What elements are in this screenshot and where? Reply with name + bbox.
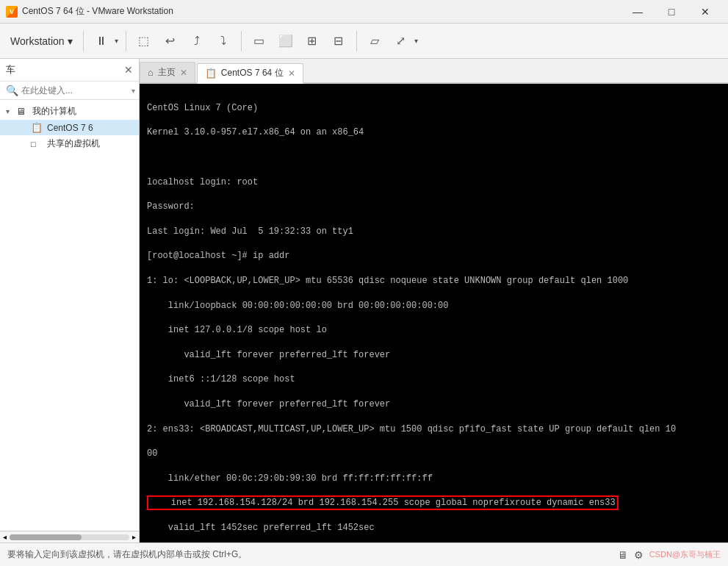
- sidebar-search-bar: 🔍 ▾: [0, 82, 139, 100]
- workstation-label: Workstation: [10, 35, 65, 47]
- home-tab-icon: ⌂: [148, 67, 154, 78]
- tree-arrow-my-computer: ▾: [6, 107, 16, 115]
- maximize-button[interactable]: □: [655, 0, 688, 24]
- snapshot-button[interactable]: ↩: [159, 29, 182, 53]
- vmware-logo: V: [6, 6, 18, 18]
- tree-item-shared-vms[interactable]: □ 共享的虚拟机: [0, 135, 139, 152]
- status-text: 要将输入定向到该虚拟机，请在虚拟机内部单击或按 Ctrl+G。: [7, 548, 618, 561]
- extend-view-button[interactable]: ⤢: [389, 29, 413, 53]
- sidebar-tree: ▾ 🖥 我的计算机 📋 CentOS 7 6 □ 共享的虚拟机: [0, 100, 139, 531]
- sidebar-title: 车: [6, 63, 15, 76]
- normal-view-button[interactable]: ▭: [248, 29, 271, 53]
- terminal-line-7: [root@localhost ~]# ip addr: [147, 250, 721, 262]
- search-input[interactable]: [21, 85, 131, 96]
- terminal-line-9: link/loopback 00:00:00:00:00:00 brd 00:0…: [147, 300, 721, 312]
- share-button[interactable]: ⤵: [212, 29, 235, 53]
- terminal-line-15: 00: [147, 448, 721, 460]
- terminal-line-14: 2: ens33: <BROADCAST,MULTICAST,UP,LOWER_…: [147, 423, 721, 436]
- workstation-dropdown-arrow: ▾: [68, 35, 73, 47]
- view-group: ⤢ ▾: [389, 29, 419, 53]
- computer-icon: 🖥: [16, 106, 29, 117]
- tree-item-centos7[interactable]: 📋 CentOS 7 6: [0, 120, 139, 135]
- my-computer-label: 我的计算机: [32, 105, 76, 118]
- home-tab-label: 主页: [158, 66, 176, 79]
- pause-button[interactable]: ⏸: [90, 29, 113, 53]
- virtual-network-button[interactable]: ⬚: [132, 29, 156, 53]
- terminal-line-10: inet 127.0.0.1/8 scope host lo: [147, 324, 721, 337]
- sidebar-close-button[interactable]: ✕: [124, 64, 133, 76]
- centos7-tab-label: CentOS 7 64 位: [221, 67, 284, 79]
- tab-centos7[interactable]: 📋 CentOS 7 64 位 ✕: [197, 63, 303, 84]
- pause-dropdown-arrow[interactable]: ▾: [113, 34, 120, 48]
- main-layout: 车 ✕ 🔍 ▾ ▾ 🖥 我的计算机 📋 CentOS 7 6: [0, 59, 728, 542]
- status-bar: 要将输入定向到该虚拟机，请在虚拟机内部单击或按 Ctrl+G。 🖥 ⚙ CSDN…: [0, 542, 728, 566]
- shared-vm-icon: □: [31, 140, 44, 148]
- search-icon: 🔍: [6, 85, 18, 96]
- sidebar: 车 ✕ 🔍 ▾ ▾ 🖥 我的计算机 📋 CentOS 7 6: [0, 59, 140, 542]
- toolbar-separator-3: [241, 31, 242, 51]
- snapshot-manager-button[interactable]: ⤴: [185, 29, 209, 53]
- home-tab-close[interactable]: ✕: [180, 68, 187, 78]
- toolbar-separator-1: [83, 31, 84, 51]
- centos7-label: CentOS 7 6: [47, 123, 93, 133]
- terminal-line-6: Last login: Wed Jul 5 19:32:33 on tty1: [147, 226, 721, 238]
- hscroll-thumb: [10, 534, 82, 540]
- terminal-line-16: link/ether 00:0c:29:0b:99:30 brd ff:ff:f…: [147, 473, 721, 485]
- console-button[interactable]: ▱: [363, 29, 386, 53]
- shared-vm-label: 共享的虚拟机: [47, 137, 100, 150]
- hscroll-right-arrow[interactable]: ▸: [132, 533, 136, 541]
- unity-button[interactable]: ⊞: [300, 29, 324, 53]
- terminal-line-11: valid_lft forever preferred_lft forever: [147, 349, 721, 362]
- settings-status-icon: ⚙: [634, 549, 644, 561]
- pause-group: ⏸ ▾: [90, 29, 120, 53]
- hscroll-track[interactable]: [10, 534, 129, 540]
- status-icons: 🖥 ⚙ CSDN@东哥与楠王: [618, 549, 721, 561]
- watermark-text: CSDN@东哥与楠王: [649, 549, 721, 560]
- terminal-line-2: Kernel 3.10.0-957.el7.x86_64 on an x86_6…: [147, 126, 721, 139]
- terminal-line-5: Password:: [147, 201, 721, 213]
- toolbar-separator-4: [356, 31, 357, 51]
- highlight-inet-line: inet 192.168.154.128/24 brd 192.168.154.…: [147, 495, 619, 510]
- terminal-line-highlight: inet 192.168.154.128/24 brd 192.168.154.…: [147, 497, 721, 509]
- view-dropdown-arrow[interactable]: ▾: [413, 34, 419, 48]
- content-area: ⌂ 主页 ✕ 📋 CentOS 7 64 位 ✕ CentOS Linux 7 …: [140, 59, 728, 542]
- terminal-line-8: 1: lo: <LOOPBACK,UP,LOWER_UP> mtu 65536 …: [147, 275, 721, 287]
- centos7-tab-close[interactable]: ✕: [288, 68, 295, 79]
- vm-icon-centos7: 📋: [31, 122, 44, 133]
- search-dropdown-arrow[interactable]: ▾: [131, 87, 135, 95]
- terminal-line-4: localhost login: root: [147, 176, 721, 189]
- switch-button[interactable]: ⊟: [327, 29, 350, 53]
- app-icon: V: [6, 6, 18, 18]
- terminal-line-13: valid_lft forever preferred_lft forever: [147, 398, 721, 411]
- minimize-button[interactable]: —: [621, 0, 655, 24]
- terminal-line-12: inet6 ::1/128 scope host: [147, 373, 721, 386]
- tab-home[interactable]: ⌂ 主页 ✕: [140, 62, 195, 82]
- terminal-line-3: [147, 151, 721, 164]
- centos7-tab-icon: 📋: [205, 68, 217, 79]
- fullscreen-button[interactable]: ⬜: [274, 29, 298, 53]
- workstation-menu[interactable]: Workstation ▾: [6, 32, 77, 50]
- close-button[interactable]: ✕: [688, 0, 722, 24]
- window-controls: — □ ✕: [621, 0, 722, 24]
- terminal-line-17: valid_lft 1452sec preferred_lft 1452sec: [147, 522, 721, 534]
- title-bar: V CentOS 7 64 位 - VMware Workstation — □…: [0, 0, 728, 24]
- tree-item-my-computer[interactable]: ▾ 🖥 我的计算机: [0, 103, 139, 120]
- main-toolbar: Workstation ▾ ⏸ ▾ ⬚ ↩ ⤴ ⤵ ▭ ⬜ ⊞ ⊟ ▱ ⤢ ▾: [0, 24, 728, 59]
- network-status-icon: 🖥: [618, 549, 628, 561]
- terminal-line-1: CentOS Linux 7 (Core): [147, 102, 721, 115]
- window-title: CentOS 7 64 位 - VMware Workstation: [22, 5, 621, 18]
- hscroll-left-arrow[interactable]: ◂: [3, 533, 7, 541]
- sidebar-hscrollbar[interactable]: ◂ ▸: [0, 531, 139, 542]
- tab-bar: ⌂ 主页 ✕ 📋 CentOS 7 64 位 ✕: [140, 59, 728, 84]
- terminal[interactable]: CentOS Linux 7 (Core) Kernel 3.10.0-957.…: [140, 84, 728, 542]
- sidebar-header: 车 ✕: [0, 59, 139, 82]
- toolbar-separator-2: [126, 31, 126, 51]
